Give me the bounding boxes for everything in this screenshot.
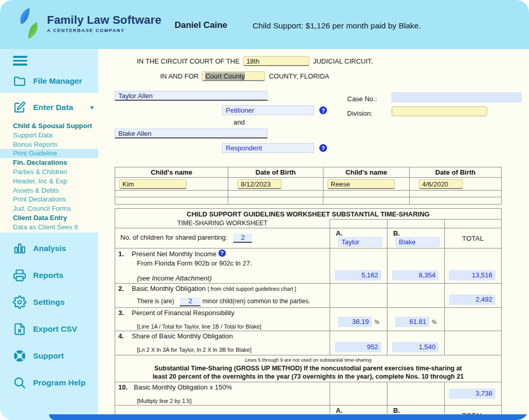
sidebar-item-support-data[interactable]: Support Data bbox=[0, 131, 98, 140]
line2-value-total[interactable]: 2,492 bbox=[449, 294, 495, 305]
line1-value-total[interactable]: 13,516 bbox=[449, 270, 495, 281]
child-name-cell: Reese bbox=[323, 178, 410, 191]
case-no-input[interactable] bbox=[392, 92, 522, 102]
sidebar-item-bonus-reports[interactable]: Bonus Reports bbox=[0, 140, 98, 149]
child-dob-cell: 8/12/2023 bbox=[228, 178, 323, 191]
gross-up-method-note-line2: least 20 percent of the overnights in th… bbox=[118, 372, 498, 381]
sidebar-item-label: Program Help bbox=[33, 378, 86, 387]
worksheet-subtitle: TIME-SHARING WORKSHEET bbox=[115, 220, 330, 228]
leaf-logo-icon bbox=[17, 7, 41, 39]
children-col-header: Date of Birth bbox=[410, 167, 502, 178]
and-label: and bbox=[234, 118, 245, 126]
sidebar-item-export-csv[interactable]: Export CSV bbox=[0, 321, 98, 337]
sidebar-item-jud-council-forms[interactable]: Jud. Council Forms bbox=[0, 204, 98, 213]
line3-formula-note: [Line 1A / Total for Taylor, line 1B / T… bbox=[137, 323, 326, 330]
line1-title: Present Net Monthly Income bbox=[132, 250, 216, 258]
parent-a-name-input[interactable]: Taylor bbox=[338, 237, 382, 247]
line1-subtext: From Florida Form 902b or 902c ln 27. bbox=[137, 259, 326, 267]
line3-value-a[interactable]: 38.19 bbox=[338, 317, 372, 327]
worksheet-note-row: Lines 5 through 9 are not used on substa… bbox=[115, 355, 502, 382]
court-line1-prefix: IN THE CIRCUIT COURT OF THE bbox=[137, 57, 240, 65]
line4-value-b[interactable]: 1,540 bbox=[392, 342, 439, 352]
child-name-input[interactable]: Reese bbox=[328, 179, 395, 189]
sidebar-item-settings[interactable]: Settings bbox=[0, 294, 98, 310]
shared-parenting-cell: No. of children for shared parenting: 2 bbox=[115, 228, 330, 248]
child-dob-input[interactable]: 8/12/2023 bbox=[238, 179, 282, 189]
sidebar-top-section: File Manager bbox=[0, 49, 98, 93]
petitioner-label-input[interactable]: Petitioner bbox=[222, 105, 314, 115]
sidebar-item-header-inc-exp[interactable]: Header, Inc & Exp bbox=[0, 177, 98, 186]
line1-help-icon[interactable]: ? bbox=[219, 250, 226, 257]
window-bottom-edge bbox=[49, 414, 529, 420]
line10-value-total[interactable]: 3,738 bbox=[449, 388, 495, 399]
children-table-header-row: Child's name Date of Birth Child's name … bbox=[115, 167, 502, 178]
division-input[interactable] bbox=[392, 106, 487, 116]
col-a-letter: A. bbox=[336, 407, 343, 414]
enter-data-submenu: Child & Spousal Support Support Data Bon… bbox=[0, 121, 98, 232]
file-csv-icon bbox=[13, 322, 26, 336]
sidebar-item-label: Export CSV bbox=[33, 324, 77, 334]
percent-sign: % bbox=[432, 319, 437, 325]
parent-a-header-cell: A. Taylor bbox=[330, 228, 387, 248]
child-dob-cell: 4/6/2020 bbox=[410, 178, 502, 191]
sidebar-item-label: Settings bbox=[33, 298, 65, 307]
child-support-summary: Child Support: $1,126 per month paid by … bbox=[253, 21, 421, 30]
brand-title: Family Law Software bbox=[47, 13, 161, 27]
lines-5-9-note: Lines 5 through 9 are not used on substa… bbox=[118, 357, 498, 363]
county-input[interactable]: Court County bbox=[202, 71, 265, 81]
shared-parenting-count-input[interactable]: 2 bbox=[234, 234, 252, 243]
line2-children-count-input[interactable]: 2 bbox=[180, 297, 200, 306]
sidebar-item-print-declarations[interactable]: Print Declarations bbox=[0, 195, 98, 204]
petitioner-name-input[interactable]: Taylor Allen bbox=[115, 91, 268, 101]
child-dob-input[interactable]: 4/6/2020 bbox=[419, 179, 463, 189]
sidebar-item-client-data-entry[interactable]: Client Data Entry bbox=[0, 213, 98, 223]
line1-description-cell: 1.Present Net Monthly Income ? From Flor… bbox=[115, 248, 330, 284]
sidebar-item-analysis[interactable]: Analysis bbox=[0, 241, 98, 256]
sidebar-item-fin-declarations[interactable]: Fin. Declarations bbox=[0, 158, 98, 167]
worksheet-title: CHILD SUPPORT GUIDELINES WORKSHEET SUBST… bbox=[115, 209, 502, 220]
line10-description-cell: 10.Basic Monthly Obligation x 150% [Mult… bbox=[115, 382, 330, 406]
worksheet-line-3: 3.Percent of Financial Responsibility [L… bbox=[115, 308, 502, 331]
line1-value-a[interactable]: 5,162 bbox=[335, 270, 381, 281]
respondent-help-icon[interactable]: ? bbox=[319, 144, 327, 152]
edit-icon bbox=[13, 101, 26, 114]
line2-description-cell: 2.Basic Monthly Obligation [ from child … bbox=[115, 284, 330, 308]
sidebar-item-reports[interactable]: Reports bbox=[0, 268, 98, 283]
sidebar-item-assets-debts[interactable]: Assets & Debts bbox=[0, 186, 98, 195]
petitioner-help-icon[interactable]: ? bbox=[319, 106, 327, 114]
hamburger-menu-icon[interactable] bbox=[13, 56, 27, 66]
sidebar-item-label: Reports bbox=[33, 271, 64, 280]
division-label: Division: bbox=[347, 110, 372, 117]
line2-title-note: [ from child support guidelines chart ] bbox=[208, 286, 297, 292]
judicial-circuit-input[interactable]: 18th bbox=[243, 56, 309, 66]
sidebar-item-parties-children[interactable]: Parties & Children bbox=[0, 167, 98, 177]
line2-title: Basic Monthly Obligation bbox=[132, 285, 206, 292]
sidebar-item-enter-data[interactable]: Enter Data ▼ bbox=[0, 100, 98, 115]
respondent-name-input[interactable]: Blake Allen bbox=[115, 129, 268, 138]
children-table-empty-row bbox=[115, 197, 502, 205]
sidebar-item-print-guideline[interactable]: Print Guideline bbox=[0, 149, 98, 158]
case-no-label: Case No.: bbox=[347, 95, 377, 103]
county-selected-text: Court County bbox=[205, 72, 245, 80]
top-header-bar: Family Law Software A CENTERBASE COMPANY… bbox=[0, 0, 529, 49]
worksheet-subtitle-row: TIME-SHARING WORKSHEET bbox=[115, 220, 502, 228]
parent-b-name-input[interactable]: Blake bbox=[395, 237, 440, 247]
worksheet-table: CHILD SUPPORT GUIDELINES WORKSHEET SUBST… bbox=[115, 208, 502, 420]
line3-value-b[interactable]: 61.81 bbox=[395, 317, 429, 327]
children-table-row: Kim 8/12/2023 Reese 4/6/2020 bbox=[115, 178, 502, 191]
worksheet-line-1: 1.Present Net Monthly Income ? From Flor… bbox=[115, 248, 502, 284]
sidebar-item-data-as-client-sees-it[interactable]: Data as Client Sees It bbox=[0, 223, 98, 232]
child-name-input[interactable]: Kim bbox=[119, 179, 186, 189]
line3-title: Percent of Financial Responsibility bbox=[132, 309, 235, 317]
sidebar-item-program-help[interactable]: Program Help bbox=[0, 375, 98, 391]
line1-value-b[interactable]: 8,354 bbox=[392, 270, 439, 281]
sidebar: File Manager Enter Data ▼ Child & Spousa… bbox=[0, 49, 98, 420]
line4-value-a[interactable]: 952 bbox=[335, 342, 381, 352]
sidebar-item-label: Enter Data bbox=[33, 103, 73, 112]
line4-formula-note: [Ln 2 X ln 3A for Taylor, ln 2 X ln 3B f… bbox=[137, 347, 326, 353]
sidebar-item-child-spousal-support[interactable]: Child & Spousal Support bbox=[0, 121, 98, 131]
court-line2-prefix: IN AND FOR bbox=[160, 72, 198, 80]
respondent-label-input[interactable]: Respondent bbox=[222, 143, 314, 153]
sidebar-item-file-manager[interactable]: File Manager bbox=[0, 73, 98, 89]
sidebar-item-support[interactable]: Support bbox=[0, 348, 98, 364]
